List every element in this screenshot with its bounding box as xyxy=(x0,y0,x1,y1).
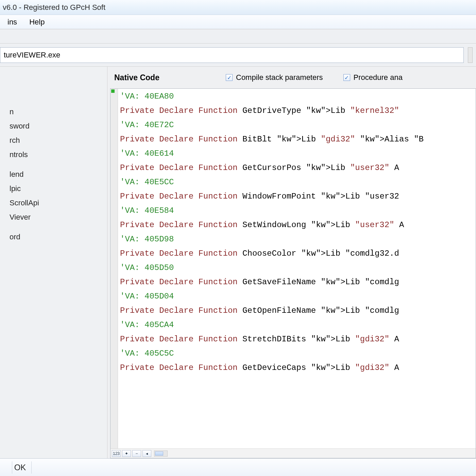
h-scrollbar[interactable] xyxy=(154,451,168,457)
tree-node[interactable] xyxy=(0,99,107,105)
path-input[interactable] xyxy=(0,47,464,63)
window-title: v6.0 - Registered to GPcH Soft xyxy=(3,3,105,12)
tree-node[interactable] xyxy=(0,162,107,167)
status-bar: OK xyxy=(0,458,476,476)
checkbox-label: Compile stack parameters xyxy=(236,73,323,82)
code-bottom-bar: 123 ✦ − ◂ xyxy=(111,448,476,458)
code-heading: Native Code xyxy=(114,73,226,82)
gadget-linenum-icon[interactable]: 123 xyxy=(112,450,121,457)
bookmark-icon xyxy=(111,89,115,93)
tree-pane[interactable]: n sword rch ntrols lend lpic ScrollApi V… xyxy=(0,67,107,458)
tree-node[interactable]: rch xyxy=(0,133,107,148)
tree-node[interactable]: Viever xyxy=(0,210,107,224)
main-split: n sword rch ntrols lend lpic ScrollApi V… xyxy=(0,67,476,458)
gadget-expand-icon[interactable]: ✦ xyxy=(122,450,131,457)
check-icon: ✓ xyxy=(343,74,350,81)
checkbox-procedure-ana[interactable]: ✓ Procedure ana xyxy=(343,73,403,82)
code-header-row: Native Code ✓ Compile stack parameters ✓… xyxy=(107,67,476,88)
tree-node[interactable]: ntrols xyxy=(0,148,107,162)
tree-node[interactable] xyxy=(0,224,107,230)
window-titlebar: v6.0 - Registered to GPcH Soft xyxy=(0,0,476,15)
scroll-thumb[interactable] xyxy=(155,452,163,456)
gadget-scroll-left-icon[interactable]: ◂ xyxy=(142,450,151,457)
tree-node[interactable]: ScrollApi xyxy=(0,196,107,210)
tree-node[interactable]: lpic xyxy=(0,182,107,196)
code-editor[interactable]: 'VA: 40EA80 Private Declare Function Get… xyxy=(110,88,476,458)
menu-item-ins[interactable]: ins xyxy=(1,16,23,29)
checkbox-compile-stack[interactable]: ✓ Compile stack parameters xyxy=(226,73,323,82)
checkbox-label: Procedure ana xyxy=(354,73,403,82)
tree-node[interactable]: sword xyxy=(0,119,107,133)
menu-item-help[interactable]: Help xyxy=(23,16,51,29)
toolbar-strip xyxy=(0,29,476,44)
path-row xyxy=(0,44,476,67)
status-empty xyxy=(2,461,12,474)
tree-node[interactable]: n xyxy=(0,105,107,119)
code-text[interactable]: 'VA: 40EA80 Private Declare Function Get… xyxy=(118,89,476,448)
code-gutter xyxy=(111,89,118,448)
menubar: ins Help xyxy=(0,15,476,29)
tree-node[interactable]: ord xyxy=(0,230,107,244)
check-icon: ✓ xyxy=(226,74,233,81)
right-pane: Native Code ✓ Compile stack parameters ✓… xyxy=(107,67,476,458)
gadget-collapse-icon[interactable]: − xyxy=(132,450,141,457)
tree-node[interactable]: lend xyxy=(0,167,107,182)
tree-node[interactable] xyxy=(0,94,107,99)
browse-button[interactable] xyxy=(468,47,473,63)
status-ok: OK xyxy=(12,461,32,474)
